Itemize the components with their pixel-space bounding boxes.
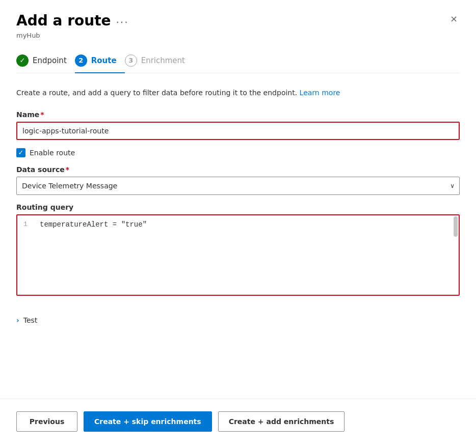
query-code-1: temperatureAlert = "true": [40, 220, 147, 229]
data-source-select-wrapper: Device Telemetry Message Device Lifecycl…: [16, 177, 460, 195]
step-2-circle: 2: [75, 54, 87, 67]
add-route-dialog: Add a route ··· × myHub ✓ Endpoint 2 Rou…: [0, 0, 476, 448]
stepper: ✓ Endpoint 2 Route 3 Enrichment: [16, 49, 460, 73]
spacer: [16, 328, 460, 399]
step-1-circle: ✓: [16, 54, 29, 67]
create-skip-button[interactable]: Create + skip enrichments: [84, 411, 212, 432]
title-area: Add a route ···: [16, 12, 129, 30]
description: Create a route, and add a query to filte…: [16, 88, 460, 98]
test-section[interactable]: › Test: [16, 312, 460, 328]
query-line-1: 1 temperatureAlert = "true": [17, 215, 459, 234]
name-label: Name *: [16, 110, 460, 119]
learn-more-link[interactable]: Learn more: [300, 89, 340, 97]
dialog-subtitle: myHub: [16, 32, 460, 39]
more-options-icon[interactable]: ···: [116, 16, 129, 29]
step-2-label: Route: [91, 56, 117, 65]
name-input[interactable]: [16, 122, 460, 140]
previous-button[interactable]: Previous: [16, 411, 77, 432]
routing-query-group: Routing query 1 temperatureAlert = "true…: [16, 203, 460, 296]
name-field-group: Name *: [16, 110, 460, 140]
step-route[interactable]: 2 Route: [75, 49, 125, 73]
step-3-circle: 3: [125, 54, 137, 67]
data-source-label: Data source *: [16, 165, 460, 174]
dialog-title: Add a route: [16, 12, 111, 30]
create-add-button[interactable]: Create + add enrichments: [218, 411, 345, 432]
test-label: Test: [23, 316, 38, 324]
data-source-select[interactable]: Device Telemetry Message Device Lifecycl…: [16, 177, 460, 195]
enable-route-row: ✓ Enable route: [16, 148, 460, 157]
dialog-header: Add a route ··· ×: [16, 12, 460, 30]
chevron-right-icon: ›: [16, 316, 19, 324]
routing-query-label: Routing query: [16, 203, 460, 211]
step-1-label: Endpoint: [33, 56, 67, 65]
footer: Previous Create + skip enrichments Creat…: [16, 399, 460, 432]
step-enrichment[interactable]: 3 Enrichment: [125, 49, 193, 73]
line-number-1: 1: [23, 220, 32, 228]
close-icon[interactable]: ×: [448, 12, 460, 25]
query-scrollbar[interactable]: [454, 216, 458, 237]
step-3-label: Enrichment: [141, 56, 185, 65]
checkbox-check-icon: ✓: [18, 149, 24, 156]
enable-route-checkbox[interactable]: ✓: [16, 148, 25, 157]
data-source-field-group: Data source * Device Telemetry Message D…: [16, 165, 460, 195]
routing-query-editor[interactable]: 1 temperatureAlert = "true": [16, 214, 460, 296]
step-endpoint[interactable]: ✓ Endpoint: [16, 49, 75, 73]
enable-route-label: Enable route: [30, 149, 75, 157]
